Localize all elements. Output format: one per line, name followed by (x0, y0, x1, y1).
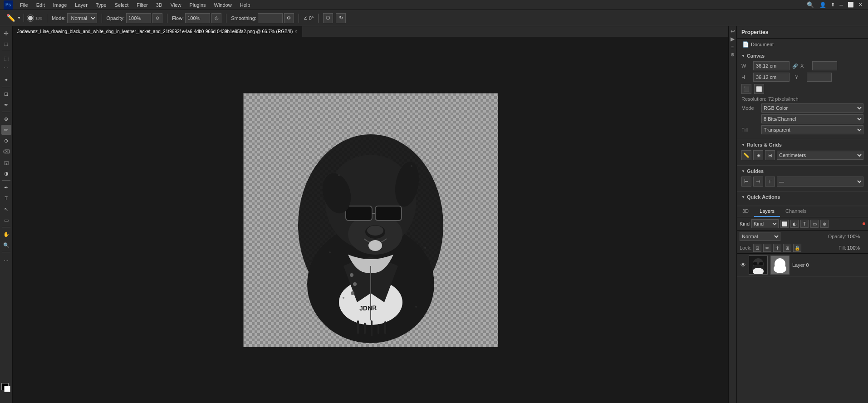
gradient-tool[interactable]: ◱ (1, 157, 11, 167)
filter-adjustment-icon[interactable]: ◐ (790, 220, 799, 228)
mode-select[interactable]: Normal (67, 13, 97, 23)
filter-shape-icon[interactable]: ▭ (810, 220, 819, 228)
flow-input[interactable] (185, 13, 210, 23)
document-tab[interactable]: Jodawnnz_Line_drawing_black_and_white_do… (13, 26, 302, 37)
healing-tool[interactable]: ⊛ (1, 114, 11, 124)
canvas-width-input[interactable] (753, 61, 790, 70)
blend-mode-select[interactable]: Normal (740, 232, 780, 241)
layer-visibility-toggle[interactable]: 👁 (740, 262, 746, 268)
guide-color-select[interactable]: — (777, 177, 863, 187)
brush-preview[interactable] (27, 15, 34, 22)
tab-close-btn[interactable]: × (294, 29, 297, 34)
tab-channels[interactable]: Channels (780, 206, 812, 217)
opacity-value-input[interactable] (847, 234, 865, 239)
dimension-link-icon[interactable]: 🔗 (792, 64, 798, 69)
foreground-color-swatch[interactable] (1, 383, 11, 393)
settings-icon[interactable]: ⚙ (284, 13, 294, 23)
rulers-section-title[interactable]: ▼ Rulers & Grids (741, 142, 863, 147)
kind-filter-select[interactable]: Kind (751, 219, 779, 228)
guide-right-icon[interactable]: ⊤ (765, 177, 775, 187)
guides-section-title[interactable]: ▼ Guides (741, 168, 863, 174)
tab-layers[interactable]: Layers (754, 206, 780, 217)
guide-left-icon[interactable]: ⊢ (741, 177, 751, 187)
canvas-y-input[interactable] (807, 73, 832, 82)
clone-tool[interactable]: ⊕ (1, 136, 11, 146)
menu-item-filter[interactable]: Filter (133, 1, 151, 9)
pen-tool[interactable]: ✒ (1, 182, 11, 192)
lasso-tool[interactable]: ⌒ (1, 64, 11, 74)
arrange-icon[interactable]: ≡ (730, 44, 736, 50)
filter-toggle-dot[interactable] (863, 222, 865, 225)
menu-item-file[interactable]: File (16, 1, 32, 9)
select-path-tool[interactable]: ↖ (1, 204, 11, 214)
canvas-rotation-icon[interactable]: ↻ (336, 13, 346, 23)
dodge-tool[interactable]: ◑ (1, 168, 11, 178)
brush-preset-arrow[interactable]: ▼ (17, 16, 21, 20)
eraser-tool[interactable]: ⌫ (1, 147, 11, 157)
quick-actions-title[interactable]: ▼ Quick Actions (741, 194, 863, 200)
ruler-unit-select[interactable]: Centimeters (777, 151, 863, 160)
menu-item-3d[interactable]: 3D (152, 1, 166, 9)
fill-value-input[interactable] (847, 245, 865, 251)
canvas-section-title[interactable]: ▼ Canvas (741, 53, 863, 59)
account-icon[interactable]: 👤 (818, 2, 828, 8)
document-link[interactable]: 📄 Document (740, 40, 865, 49)
fill-select[interactable]: Transparent (761, 125, 863, 134)
pressure-opacity-icon[interactable]: ⊙ (152, 13, 162, 23)
eyedropper-tool[interactable]: ✒ (1, 100, 11, 110)
share-icon[interactable]: ⬆ (829, 2, 837, 8)
magic-wand-tool[interactable]: ✦ (1, 75, 11, 85)
lock-position-btn[interactable]: ✛ (773, 244, 781, 252)
history-icon[interactable]: ↩ (730, 28, 736, 34)
tool-preset-picker[interactable]: ✏️ ▼ (4, 14, 24, 22)
history-state-icon[interactable]: ▶ (730, 36, 736, 42)
text-tool[interactable]: T (1, 193, 11, 203)
lock-artboard-btn[interactable]: ⊞ (783, 244, 791, 252)
menu-item-type[interactable]: Type (92, 1, 110, 9)
zoom-tool[interactable]: 🔍 (1, 240, 11, 250)
portrait-icon[interactable]: ⬛ (741, 84, 751, 94)
lock-all-btn[interactable]: 🔒 (793, 244, 801, 252)
tab-3d[interactable]: 3D (737, 206, 754, 217)
hand-tool[interactable]: ✋ (1, 229, 11, 239)
marquee-tool[interactable]: ⬚ (1, 53, 11, 63)
menu-item-layer[interactable]: Layer (71, 1, 91, 9)
crop-tool[interactable]: ⊡ (1, 89, 11, 99)
filter-smart-icon[interactable]: ⊕ (820, 220, 829, 228)
menu-item-view[interactable]: View (167, 1, 185, 9)
photoshop-canvas[interactable]: JDNR (243, 93, 498, 347)
shape-tool[interactable]: ▭ (1, 215, 11, 225)
guide-center-v-icon[interactable]: ⊣ (753, 177, 763, 187)
move-tool[interactable]: ✛ (1, 28, 11, 38)
grid-icon[interactable]: ⊞ (753, 150, 763, 160)
grid-overlay-icon[interactable]: ⊟ (765, 150, 775, 160)
landscape-icon[interactable]: ⬜ (754, 84, 764, 94)
canvas-height-input[interactable] (753, 73, 790, 82)
lock-transparent-btn[interactable]: ⊡ (753, 244, 761, 252)
menu-item-image[interactable]: Image (49, 1, 71, 9)
smoothing-input[interactable] (258, 13, 283, 23)
brush-tool[interactable]: ✏ (1, 125, 11, 135)
lock-image-btn[interactable]: ✏ (763, 244, 771, 252)
more-tools[interactable]: … (1, 254, 11, 264)
symmetry-icon[interactable]: ⬡ (323, 13, 333, 23)
window-min-icon[interactable]: ─ (838, 2, 845, 8)
menu-item-window[interactable]: Window (211, 1, 235, 9)
bit-depth-select[interactable]: 8 Bits/Channel (761, 114, 863, 123)
table-row[interactable]: 👁 (737, 254, 868, 277)
canvas-viewport[interactable]: JDNR (13, 37, 728, 403)
filter-pixel-icon[interactable]: ⬜ (780, 220, 789, 228)
menu-item-plugins[interactable]: Plugins (186, 1, 209, 9)
search-icon[interactable]: 🔍 (804, 1, 817, 8)
window-close-icon[interactable]: ✕ (857, 2, 864, 8)
menu-item-edit[interactable]: Edit (33, 1, 49, 9)
mode-row-select[interactable]: RGB Color (761, 103, 863, 113)
menu-item-help[interactable]: Help (236, 1, 254, 9)
canvas-x-input[interactable] (812, 61, 837, 70)
workspace-icon[interactable]: ⚙ (730, 51, 736, 58)
menu-item-select[interactable]: Select (111, 1, 132, 9)
opacity-input[interactable] (126, 13, 151, 23)
window-restore-icon[interactable]: ⬜ (846, 2, 856, 8)
filter-type-icon[interactable]: T (800, 220, 809, 228)
airbrush-icon[interactable]: ◎ (211, 13, 221, 23)
